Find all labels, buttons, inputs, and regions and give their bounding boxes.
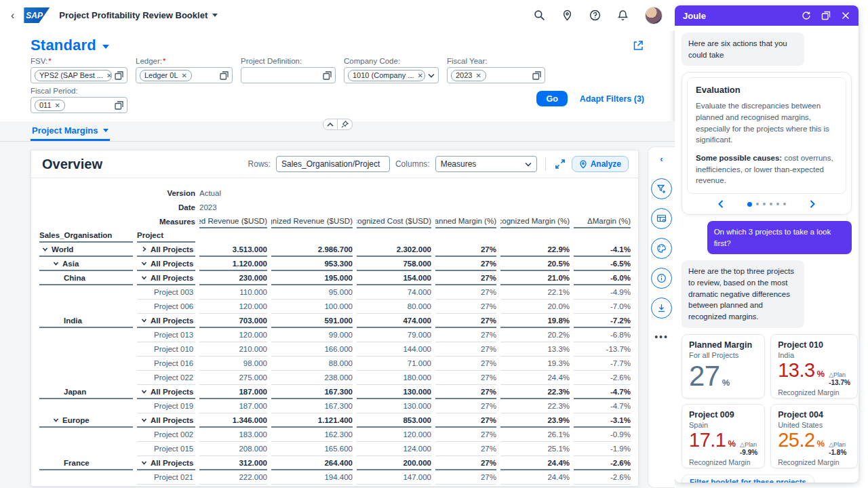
fiscal-year-token[interactable]: 2023✕: [451, 70, 486, 81]
carousel-prev-icon[interactable]: [717, 200, 725, 208]
project-definition-input[interactable]: [241, 67, 336, 83]
ledger-token[interactable]: Ledger 0L✕: [140, 70, 192, 81]
expand-chevron-icon[interactable]: [141, 274, 151, 281]
project-cell: All Projects: [137, 257, 195, 271]
org-column-header[interactable]: Sales_Organisation: [39, 228, 133, 243]
expand-chevron-icon[interactable]: [141, 417, 151, 424]
project-column-header[interactable]: Project: [137, 228, 195, 243]
column-header[interactable]: Recognized Cost ($USD): [357, 214, 431, 228]
value-help-icon[interactable]: [323, 71, 332, 80]
close-icon[interactable]: [841, 11, 850, 20]
value-help-icon[interactable]: [115, 71, 123, 80]
project-cell: All Projects: [137, 271, 195, 285]
expand-chevron-icon[interactable]: [53, 417, 62, 424]
app-title[interactable]: Project Profitability Review Booklet: [59, 10, 208, 20]
back-icon[interactable]: ‹: [11, 9, 14, 22]
download-icon[interactable]: [651, 298, 672, 319]
token-remove-icon[interactable]: ✕: [418, 72, 423, 79]
analyze-button[interactable]: Analyze: [572, 156, 629, 172]
value-cell: 275.000: [199, 371, 267, 385]
collapse-header-icon[interactable]: [323, 119, 338, 130]
column-header[interactable]: Recognized Revenue ($USD): [271, 214, 353, 228]
pivot-cell: [271, 228, 353, 243]
expand-chevron-icon[interactable]: [141, 317, 151, 324]
share-export-icon[interactable]: [632, 39, 644, 52]
expand-chevron-icon[interactable]: [53, 260, 62, 267]
project-label: Project 013: [154, 331, 193, 339]
token-remove-icon[interactable]: ✕: [182, 72, 187, 79]
value-help-icon[interactable]: [532, 71, 541, 80]
fiscal-year-input[interactable]: 2023✕: [447, 67, 545, 83]
add-filter-icon[interactable]: [651, 178, 672, 199]
palette-icon[interactable]: [651, 238, 672, 259]
carousel-dot[interactable]: [763, 203, 766, 205]
info-icon[interactable]: [651, 268, 672, 289]
token-remove-icon[interactable]: ✕: [55, 102, 60, 109]
project-label: Project 021: [154, 473, 193, 481]
rows-select[interactable]: Sales_Organisation/Project: [276, 156, 390, 172]
expand-chevron-icon[interactable]: [141, 260, 151, 267]
tab-project-margins[interactable]: Project Margins: [31, 121, 110, 141]
expand-chevron-icon[interactable]: [141, 460, 151, 466]
token-remove-icon[interactable]: ✕: [106, 72, 112, 79]
ledger-input[interactable]: Ledger 0L✕: [136, 67, 233, 83]
kpi-unit: %: [817, 439, 825, 449]
kpi-unit: %: [817, 369, 825, 379]
columns-select[interactable]: Measures: [435, 156, 537, 172]
column-header[interactable]: Planned Margin (%): [435, 214, 496, 228]
value-cell: 124.000: [357, 442, 431, 456]
carousel-dot[interactable]: [756, 203, 759, 205]
rows-label: Rows:: [248, 159, 271, 169]
value-cell: 208.000: [199, 442, 267, 456]
go-button[interactable]: Go: [536, 91, 567, 106]
company-code-select[interactable]: 1010 (Company ...✕: [344, 67, 439, 83]
column-header[interactable]: Billed Revenue ($USD): [199, 214, 267, 228]
app-title-caret-icon[interactable]: [212, 14, 218, 17]
action-chip[interactable]: Filter booklet for these projects: [682, 474, 814, 483]
pin-header-icon[interactable]: [338, 119, 353, 130]
history-icon[interactable]: [802, 11, 811, 20]
fiscal-period-token[interactable]: 011✕: [35, 100, 65, 111]
tab-caret-icon[interactable]: [103, 129, 108, 132]
project-label: All Projects: [151, 317, 193, 325]
more-actions-icon[interactable]: •••: [654, 331, 669, 342]
fullscreen-expand-icon[interactable]: [554, 158, 566, 170]
carousel-dot[interactable]: [783, 203, 786, 205]
location-icon[interactable]: [561, 9, 573, 21]
column-header[interactable]: Recognized Margin (%): [500, 214, 570, 228]
user-avatar[interactable]: [645, 7, 663, 24]
fiscal-period-input[interactable]: 011✕: [31, 97, 127, 113]
carousel-dot[interactable]: [776, 203, 779, 205]
fsv-token[interactable]: YPS2 (SAP Best ...✕: [35, 70, 112, 81]
adapt-filters-link[interactable]: Adapt Filters (3): [580, 94, 644, 104]
fsv-input[interactable]: YPS2 (SAP Best ...✕: [31, 67, 127, 83]
notifications-bell-icon[interactable]: [617, 9, 629, 21]
pivot-cell: [39, 186, 133, 200]
open-window-icon[interactable]: [821, 11, 831, 20]
carousel-dot[interactable]: [747, 202, 752, 207]
carousel-dot[interactable]: [770, 203, 772, 205]
view-title[interactable]: Standard: [31, 37, 96, 54]
carousel-next-icon[interactable]: [808, 200, 816, 208]
value-cell: 238.000: [271, 371, 353, 385]
expand-chevron-icon[interactable]: [42, 246, 52, 253]
help-icon[interactable]: [589, 9, 601, 21]
token-remove-icon[interactable]: ✕: [475, 72, 481, 79]
column-header[interactable]: ΔMargin (%): [574, 214, 631, 228]
search-icon[interactable]: [534, 9, 545, 21]
table-view-icon[interactable]: [651, 208, 672, 229]
kpi-delta: △Plan-13.7%: [829, 371, 850, 387]
expand-chevron-icon[interactable]: [141, 246, 151, 253]
collapse-panel-icon[interactable]: ‹: [660, 154, 663, 164]
view-title-caret-icon[interactable]: [102, 45, 109, 49]
value-cell: 27%: [435, 271, 496, 285]
overview-card-header: Overview Rows: Sales_Organisation/Projec…: [31, 150, 638, 178]
value-cell: 27%: [435, 243, 496, 257]
org-label: China: [64, 274, 85, 282]
value-help-icon[interactable]: [220, 71, 229, 80]
company-code-token[interactable]: 1010 (Company ...✕: [348, 70, 425, 81]
sap-logo[interactable]: SAP: [24, 7, 50, 23]
chevron-down-icon[interactable]: [428, 73, 435, 78]
expand-chevron-icon[interactable]: [141, 388, 151, 395]
value-help-icon[interactable]: [115, 101, 123, 110]
